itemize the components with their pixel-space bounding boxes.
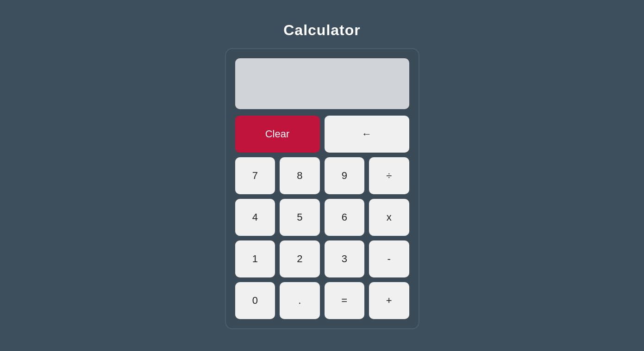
button-divide[interactable]: ÷ [369, 157, 409, 194]
button-5[interactable]: 5 [280, 199, 320, 236]
button-multiply[interactable]: x [369, 199, 409, 236]
button-grid: Clear ← 7 8 9 ÷ 4 5 6 x 1 2 3 - 0 . = + [235, 116, 409, 319]
clear-button[interactable]: Clear [235, 116, 320, 153]
button-7[interactable]: 7 [235, 157, 275, 194]
button-equals[interactable]: = [325, 282, 365, 319]
button-3[interactable]: 3 [325, 240, 365, 277]
button-0[interactable]: 0 [235, 282, 275, 319]
button-2[interactable]: 2 [280, 240, 320, 277]
button-6[interactable]: 6 [325, 199, 365, 236]
button-4[interactable]: 4 [235, 199, 275, 236]
button-add[interactable]: + [369, 282, 409, 319]
button-decimal[interactable]: . [280, 282, 320, 319]
page-title: Calculator [283, 22, 360, 39]
button-1[interactable]: 1 [235, 240, 275, 277]
button-8[interactable]: 8 [280, 157, 320, 194]
calculator-body: Clear ← 7 8 9 ÷ 4 5 6 x 1 2 3 - 0 . = + [225, 48, 419, 329]
button-subtract[interactable]: - [369, 240, 409, 277]
backspace-button[interactable]: ← [325, 116, 409, 153]
display [235, 58, 409, 109]
button-9[interactable]: 9 [325, 157, 365, 194]
